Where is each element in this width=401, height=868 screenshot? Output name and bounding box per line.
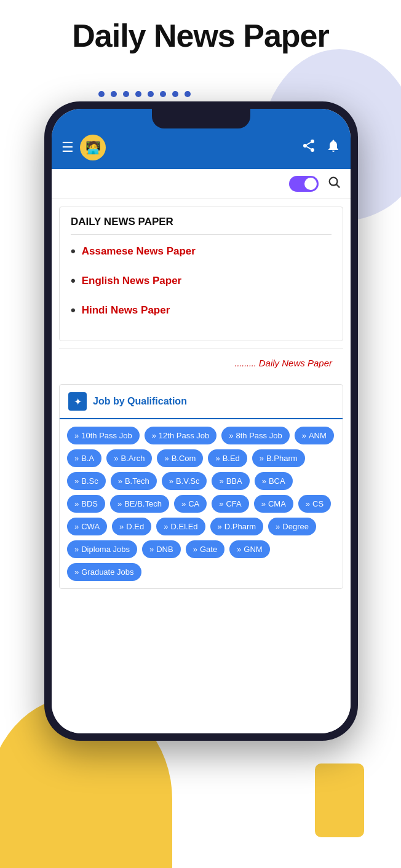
tag-button[interactable]: CWA (67, 518, 107, 535)
svg-point-0 (311, 140, 314, 143)
toggle-knob (304, 178, 317, 190)
phone-notch (152, 109, 250, 128)
tag-button[interactable]: Gate (186, 540, 224, 558)
tag-button[interactable]: CA (174, 495, 207, 513)
tag-button[interactable]: B.A (67, 449, 101, 467)
svg-line-4 (307, 143, 311, 145)
job-section: ✦ Job by Qualification 10th Pass Job12th… (59, 384, 343, 589)
page-title: Daily News Paper (0, 17, 401, 54)
menu-icon[interactable]: ☰ (62, 140, 74, 156)
tag-button[interactable]: 8th Pass Job (221, 427, 289, 444)
tag-button[interactable]: BDS (67, 495, 105, 513)
tag-button[interactable]: 10th Pass Job (67, 427, 140, 444)
tag-button[interactable]: GNM (229, 540, 270, 558)
share-icon[interactable] (301, 138, 316, 157)
svg-line-6 (336, 184, 339, 187)
tag-button[interactable]: BE/B.Tech (110, 495, 169, 513)
list-item[interactable]: Hindi News Paper (71, 302, 332, 318)
news-item-label: Assamese News Paper (82, 245, 196, 258)
bg-shape-yellow-right (315, 763, 364, 837)
svg-point-5 (330, 178, 338, 186)
job-icon-box: ✦ (68, 392, 87, 411)
tag-button[interactable]: B.Arch (106, 449, 152, 467)
list-item[interactable]: Assamese News Paper (71, 243, 332, 259)
tag-button[interactable]: B.Pharm (252, 449, 305, 467)
news-item-label: English News Paper (82, 275, 182, 287)
tags-grid: 10th Pass Job12th Pass Job8th Pass JobAN… (60, 419, 343, 588)
tag-button[interactable]: B.Tech (111, 472, 157, 490)
tag-button[interactable]: B.Com (157, 449, 203, 467)
tag-button[interactable]: BCA (255, 472, 293, 490)
footer-dots-section: ......... Daily News Paper (59, 349, 343, 377)
svg-point-1 (303, 144, 307, 148)
tag-button[interactable]: BBA (212, 472, 249, 490)
tag-button[interactable]: CFA (212, 495, 249, 513)
job-icon: ✦ (74, 396, 82, 408)
daily-news-section: DAILY NEWS PAPER Assamese News Paper Eng… (59, 207, 343, 341)
tag-button[interactable]: B.Ed (208, 449, 247, 467)
tag-button[interactable]: B.Sc (67, 472, 106, 490)
phone-screen: ☰ 🧑‍💻 (52, 109, 351, 733)
news-list: Assamese News Paper English News Paper H… (71, 243, 332, 318)
tag-button[interactable]: Degree (268, 518, 316, 535)
search-button[interactable] (327, 175, 341, 192)
list-item[interactable]: English News Paper (71, 273, 332, 289)
phone-frame: ☰ 🧑‍💻 (44, 101, 358, 741)
job-title: Job by Qualification (93, 396, 187, 407)
job-header: ✦ Job by Qualification (60, 385, 343, 419)
tag-button[interactable]: 12th Pass Job (145, 427, 217, 444)
dark-mode-toggle[interactable] (289, 176, 319, 192)
tag-button[interactable]: ANM (295, 427, 334, 444)
header-right (301, 138, 341, 157)
tag-button[interactable]: Graduate Jobs (67, 563, 141, 581)
tag-button[interactable]: Diploma Jobs (67, 540, 137, 558)
bell-icon[interactable] (326, 138, 341, 157)
tag-button[interactable]: D.Ed (112, 518, 151, 535)
header-left: ☰ 🧑‍💻 (62, 135, 106, 160)
footer-text: Daily News Paper (259, 358, 332, 368)
svg-point-2 (311, 148, 314, 152)
tag-button[interactable]: CS (298, 495, 331, 513)
app-logo[interactable]: 🧑‍💻 (80, 135, 106, 160)
content-area: DAILY NEWS PAPER Assamese News Paper Eng… (52, 199, 351, 733)
tag-button[interactable]: D.El.Ed (156, 518, 205, 535)
section-title: DAILY NEWS PAPER (71, 216, 332, 235)
news-item-label: Hindi News Paper (82, 304, 170, 317)
controls-bar (52, 169, 351, 199)
tag-button[interactable]: CMA (254, 495, 293, 513)
svg-line-3 (307, 147, 311, 149)
tag-button[interactable]: D.Pharm (210, 518, 264, 535)
footer-dots: ......... (235, 358, 256, 368)
dots-decoration (98, 91, 191, 97)
tag-button[interactable]: B.V.Sc (162, 472, 207, 490)
app-logo-emoji: 🧑‍💻 (85, 140, 101, 155)
tag-button[interactable]: DNB (142, 540, 181, 558)
